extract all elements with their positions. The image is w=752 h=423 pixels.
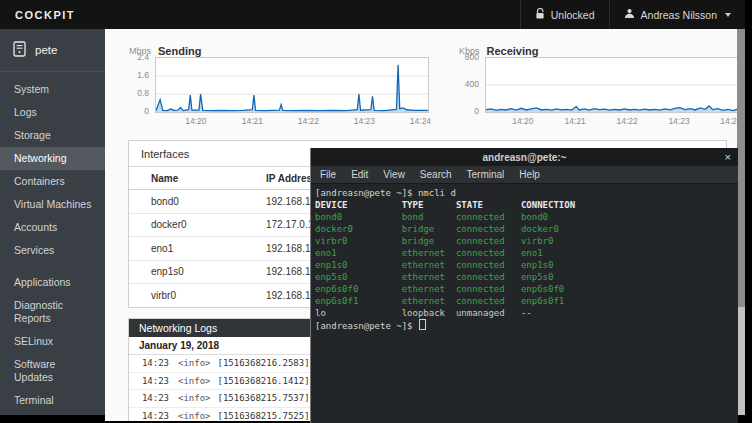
sidebar-item-diagnostic-reports[interactable]: Diagnostic Reports (0, 294, 105, 330)
sidebar-divider (0, 71, 105, 72)
x-tick-label: 14:24 (410, 116, 431, 126)
sidebar-item-storage[interactable]: Storage (0, 124, 105, 147)
y-tick-label: 800 (465, 52, 479, 62)
x-tick-label: 14:23 (354, 116, 375, 126)
user-icon (624, 8, 635, 21)
x-tick-label: 14:22 (298, 116, 319, 126)
user-name-label: Andreas Nilsson (641, 9, 717, 21)
x-tick-label: 14:20 (512, 116, 533, 126)
terminal-window: andreasn@pete:~ × FileEditViewSearchTerm… (310, 148, 738, 423)
log-time: 14:23 (129, 411, 169, 421)
log-time: 14:23 (129, 358, 169, 368)
sidebar-item-networking[interactable]: Networking (0, 147, 105, 170)
x-tick-label: 14:20 (185, 116, 206, 126)
log-level: <info> (178, 358, 211, 368)
interface-name: enp1s0 (129, 266, 266, 277)
cockpit-brand: COCKPIT (0, 9, 75, 21)
terminal-line: eno1 ethernet connected eno1 (315, 247, 738, 259)
terminal-line: bond0 bond connected bond0 (315, 211, 738, 223)
sidebar-item-applications[interactable]: Applications (0, 271, 105, 294)
sending-chart: Mbps Sending 00.81.62.4 14:2014:2114:221… (127, 37, 427, 126)
terminal-line: enp5s0 ethernet connected enp5s0 (315, 271, 738, 283)
interface-name: virbr0 (129, 290, 266, 301)
log-level: <info> (178, 376, 211, 386)
receiving-x-axis: 14:2014:2114:2214:2314:24 (485, 113, 737, 126)
terminal-menubar: FileEditViewSearchTerminalHelp (311, 166, 738, 184)
terminal-menu-file[interactable]: File (320, 169, 336, 180)
terminal-menu-terminal[interactable]: Terminal (467, 169, 505, 180)
receiving-chart: Kbps Receiving 0400800 14:2014:2114:2214… (457, 37, 737, 126)
terminal-menu-view[interactable]: View (383, 169, 405, 180)
sidebar-item-containers[interactable]: Containers (0, 170, 105, 193)
interface-name: eno1 (129, 243, 266, 254)
sidebar-item-selinux[interactable]: SELinux (0, 330, 105, 353)
terminal-menu-edit[interactable]: Edit (351, 169, 368, 180)
y-tick-label: 1.6 (137, 70, 149, 80)
x-tick-label: 14:23 (668, 116, 689, 126)
sidebar-item-terminal[interactable]: Terminal (0, 389, 105, 412)
terminal-line: enp6s0f1 ethernet connected enp6s0f1 (315, 295, 738, 307)
sidebar-item-accounts[interactable]: Accounts (0, 216, 105, 239)
unlocked-label: Unlocked (551, 9, 595, 21)
sending-x-axis: 14:2014:2114:2214:2314:24 (155, 113, 427, 126)
log-level: <info> (178, 393, 211, 403)
terminal-line: [andreasn@pete ~]$ (315, 319, 738, 331)
x-tick-label: 14:21 (565, 116, 586, 126)
terminal-menu-search[interactable]: Search (420, 169, 452, 180)
terminal-line: enp6s0f0 ethernet connected enp6s0f0 (315, 283, 738, 295)
y-tick-label: 0 (144, 106, 149, 116)
sending-title: Sending (158, 45, 201, 57)
terminal-title: andreasn@pete:~ (483, 152, 567, 163)
unlock-icon (535, 8, 545, 22)
x-tick-label: 14:24 (720, 116, 737, 126)
x-tick-label: 14:21 (242, 116, 263, 126)
sidebar: pete SystemLogsStorageNetworkingContaine… (0, 29, 105, 415)
unlocked-button[interactable]: Unlocked (520, 0, 609, 29)
server-icon (13, 41, 27, 59)
log-level: <info> (178, 411, 211, 421)
terminal-cursor (419, 319, 426, 330)
log-time: 14:23 (129, 376, 169, 386)
receiving-title: Receiving (487, 45, 539, 57)
host-selector[interactable]: pete (0, 29, 105, 69)
log-time: 14:23 (129, 393, 169, 403)
terminal-line: virbr0 bridge connected virbr0 (315, 235, 738, 247)
terminal-menu-help[interactable]: Help (519, 169, 540, 180)
terminal-line: docker0 bridge connected docker0 (315, 223, 738, 235)
terminal-line: lo loopback unmanaged -- (315, 307, 738, 319)
interface-name: bond0 (129, 196, 266, 207)
sidebar-item-services[interactable]: Services (0, 239, 105, 262)
receiving-y-axis: 0400800 (457, 57, 485, 111)
sending-y-axis: 00.81.62.4 (127, 57, 155, 111)
sidebar-item-logs[interactable]: Logs (0, 101, 105, 124)
sidebar-item-system[interactable]: System (0, 78, 105, 101)
terminal-output[interactable]: [andreasn@pete ~]$ nmcli dDEVICE TYPE ST… (311, 184, 738, 423)
sidebar-item-virtual-machines[interactable]: Virtual Machines (0, 193, 105, 216)
terminal-titlebar[interactable]: andreasn@pete:~ × (311, 148, 738, 166)
y-tick-label: 2.4 (137, 52, 149, 62)
sidebar-item-software-updates[interactable]: Software Updates (0, 353, 105, 389)
x-tick-label: 14:22 (616, 116, 637, 126)
terminal-line: enp1s0 ethernet connected enp1s0 (315, 259, 738, 271)
interface-name: docker0 (129, 219, 266, 230)
sidebar-nav: SystemLogsStorageNetworkingContainersVir… (0, 78, 105, 412)
page-scrollbar[interactable] (737, 29, 745, 415)
receiving-plot-area (485, 57, 737, 113)
close-icon[interactable]: × (725, 149, 731, 165)
chevron-down-icon (725, 13, 731, 17)
y-tick-label: 400 (465, 79, 479, 89)
y-tick-label: 0.8 (137, 88, 149, 98)
sending-plot-area (155, 57, 429, 113)
scrollbar-thumb[interactable] (737, 307, 745, 415)
topbar-actions: Unlocked Andreas Nilsson (520, 0, 745, 29)
terminal-line: [andreasn@pete ~]$ nmcli d (315, 187, 738, 199)
terminal-line: DEVICE TYPE STATE CONNECTION (315, 199, 738, 211)
host-name: pete (35, 44, 57, 56)
user-menu-button[interactable]: Andreas Nilsson (609, 0, 745, 29)
cockpit-topbar: COCKPIT Unlocked Andreas Nilsson (0, 0, 745, 29)
desktop: COCKPIT Unlocked Andreas Nilsson pete (0, 0, 752, 423)
y-tick-label: 0 (474, 106, 479, 116)
column-name: Name (129, 173, 266, 184)
